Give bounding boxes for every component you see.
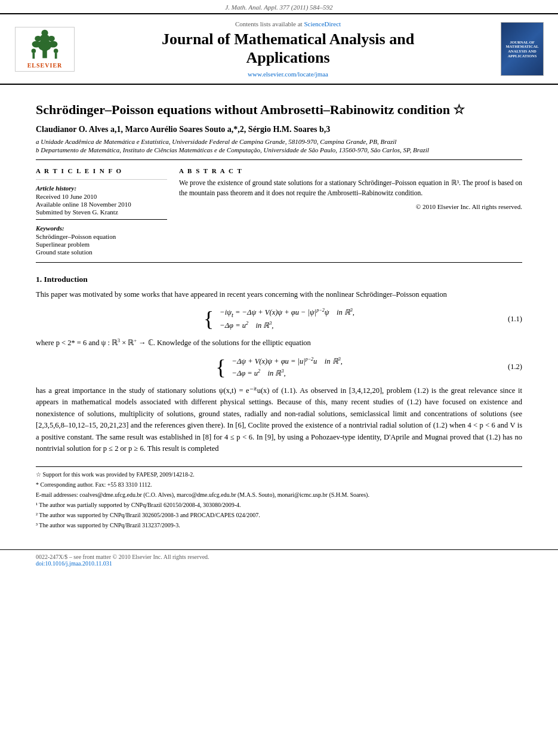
article-info-label: A R T I C L E I N F O: [36, 167, 167, 174]
eq-line-1-2: −Δφ = u2 in ℝ3,: [220, 321, 354, 330]
svg-point-3: [41, 29, 48, 36]
divider-after-abstract: [36, 262, 522, 263]
svg-rect-0: [42, 50, 47, 58]
abstract-text: We prove the existence of ground state s…: [179, 178, 522, 199]
svg-rect-9: [32, 53, 35, 59]
journal-cover-title: Journal ofMATHEMATICALANALYSIS ANDAPPLIC…: [505, 40, 538, 59]
journal-header: ELSEVIER Contents lists available at Sci…: [0, 13, 558, 85]
intro-paragraph-1: This paper was motivated by some works t…: [36, 289, 522, 300]
footnote-email: E-mail addresses: coalves@dme.ufcg.edu.b…: [36, 491, 522, 499]
intro-paragraph-2: where p < 2* = 6 and ψ : ℝ3 × ℝ+ → ℂ. Kn…: [36, 337, 522, 349]
eq-number-1-1: (1.1): [508, 315, 522, 324]
journal-ref-text: J. Math. Anal. Appl. 377 (2011) 584–592: [225, 4, 332, 11]
left-brace-1: {: [204, 308, 214, 330]
article-info-abstract-cols: A R T I C L E I N F O Article history: R…: [36, 167, 522, 256]
left-brace-2: {: [215, 357, 226, 378]
authors-line: Claudianor O. Alves a,1, Marco Aurélio S…: [36, 125, 522, 134]
svg-point-7: [48, 36, 55, 41]
article-history-label: Article history:: [36, 185, 167, 192]
equation-1-1: { −iψt = −Δψ + V(x)ψ + φu − |ψ|p−2ψ in ℝ…: [36, 308, 522, 330]
elsevier-tree-icon: [21, 27, 69, 61]
keyword-2: Superlinear problem: [36, 241, 167, 248]
contents-line: Contents lists available at ScienceDirec…: [84, 20, 492, 27]
svg-point-4: [32, 41, 41, 47]
abstract-column: A B S T R A C T We prove the existence o…: [179, 167, 522, 256]
eq-number-1-2: (1.2): [508, 362, 522, 371]
sciencedirect-link[interactable]: ScienceDirect: [304, 20, 341, 27]
intro-paragraph-3: has a great importance in the study of s…: [36, 385, 522, 454]
divider-after-affiliations: [36, 159, 522, 160]
abstract-label: A B S T R A C T: [179, 167, 522, 174]
footnote-star: ☆ Support for this work was provided by …: [36, 471, 522, 479]
keyword-1: Schrödinger–Poisson equation: [36, 233, 167, 240]
journal-cover-box: Journal ofMATHEMATICALANALYSIS ANDAPPLIC…: [501, 22, 544, 76]
journal-cover-image: Journal ofMATHEMATICALANALYSIS ANDAPPLIC…: [498, 20, 546, 78]
introduction-heading: 1. Introduction: [36, 275, 522, 284]
elsevier-logo-box: ELSEVIER: [15, 27, 75, 72]
footnotes: ☆ Support for this work was provided by …: [36, 466, 522, 530]
doi-link[interactable]: doi:10.1016/j.jmaa.2010.11.031: [36, 560, 112, 567]
received-date: Received 10 June 2010: [36, 193, 167, 200]
elsevier-logo-area: ELSEVIER: [12, 20, 78, 78]
footer-issn: 0022-247X/$ – see front matter © 2010 El…: [36, 554, 522, 560]
submitted-by: Submitted by Steven G. Krantz: [36, 208, 167, 216]
footer-doi: doi:10.1016/j.jmaa.2010.11.031: [36, 560, 522, 567]
copyright-notice: © 2010 Elsevier Inc. All rights reserved…: [179, 203, 522, 210]
article-info-column: A R T I C L E I N F O Article history: R…: [36, 167, 167, 256]
eq-system-2: { −Δψ + V(x)ψ + φu = |u|p−2u in ℝ3, −Δφ …: [215, 357, 343, 378]
journal-url-link[interactable]: www.elsevier.com/locate/jmaa: [248, 70, 328, 78]
svg-point-5: [49, 41, 58, 47]
footer: 0022-247X/$ – see front matter © 2010 El…: [0, 549, 558, 570]
journal-reference: J. Math. Anal. Appl. 377 (2011) 584–592: [0, 0, 558, 13]
eq-lines-1: −iψt = −Δψ + V(x)ψ + φu − |ψ|p−2ψ in ℝ3,…: [220, 308, 354, 330]
svg-point-8: [32, 48, 36, 53]
eq-line-2-1: −Δψ + V(x)ψ + φu = |u|p−2u in ℝ3,: [232, 357, 342, 366]
main-content: Schrödinger–Poisson equations without Am…: [0, 85, 558, 543]
journal-title: Journal of Mathematical Analysis and App…: [84, 30, 492, 67]
eq-system-1: { −iψt = −Δψ + V(x)ψ + φu − |ψ|p−2ψ in ℝ…: [204, 308, 354, 330]
footnote-1: ¹ The author was partially supported by …: [36, 501, 522, 509]
available-date: Available online 18 November 2010: [36, 201, 167, 208]
paper-title: Schrödinger–Poisson equations without Am…: [36, 102, 522, 119]
eq-line-1-1: −iψt = −Δψ + V(x)ψ + φu − |ψ|p−2ψ in ℝ3,: [220, 308, 354, 318]
affiliations: a Unidade Acadêmica de Matemática e Esta…: [36, 138, 522, 153]
keywords-label: Keywords:: [36, 225, 167, 232]
svg-point-6: [35, 36, 41, 41]
affiliation-a: a Unidade Acadêmica de Matemática e Esta…: [36, 138, 522, 145]
page: J. Math. Anal. Appl. 377 (2011) 584–592: [0, 0, 558, 756]
footnote-2: ² The author was supported by CNPq/Brazi…: [36, 511, 522, 520]
journal-title-area: Contents lists available at ScienceDirec…: [84, 20, 492, 78]
svg-rect-11: [55, 53, 57, 59]
keyword-3: Ground state solution: [36, 248, 167, 256]
elsevier-brand-label: ELSEVIER: [27, 62, 63, 69]
svg-point-10: [54, 48, 58, 53]
journal-url: www.elsevier.com/locate/jmaa: [84, 70, 492, 78]
affiliation-b: b Departamento de Matemática, Instituto …: [36, 146, 522, 153]
eq-line-2-2: −Δφ = u2 in ℝ3,: [232, 368, 342, 378]
eq-lines-2: −Δψ + V(x)ψ + φu = |u|p−2u in ℝ3, −Δφ = …: [232, 357, 342, 378]
footnote-3: ³ The author was supported by CNPq/Brazi…: [36, 521, 522, 530]
footnote-corresponding: * Corresponding author. Fax: +55 83 3310…: [36, 481, 522, 489]
equation-1-2: { −Δψ + V(x)ψ + φu = |u|p−2u in ℝ3, −Δφ …: [36, 357, 522, 378]
